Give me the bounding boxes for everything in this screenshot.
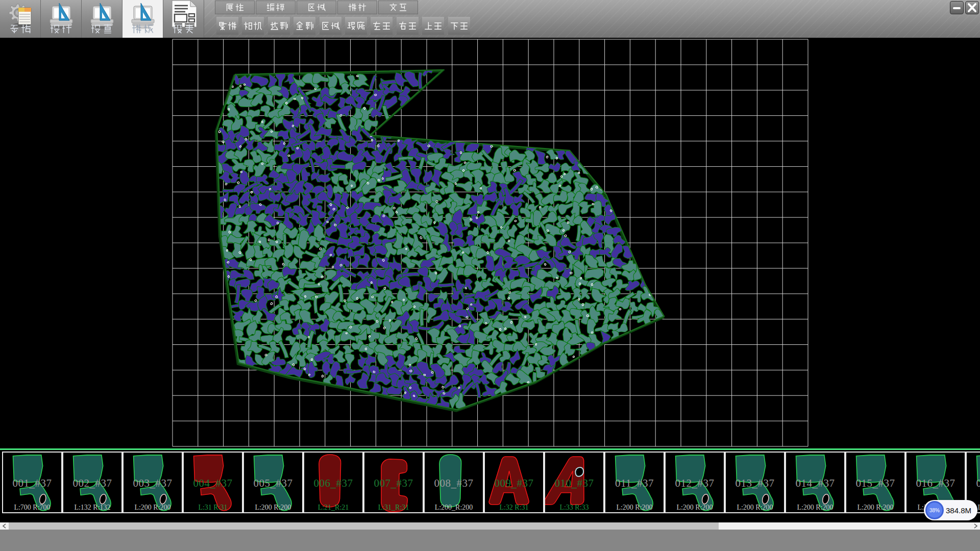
svg-text:L:32 R:31: L:32 R:31: [499, 504, 528, 511]
svg-text:010_#37: 010_#37: [555, 477, 594, 489]
svg-text:004_#37: 004_#37: [193, 477, 233, 489]
svg-text:001_#37: 001_#37: [13, 477, 52, 489]
svg-text:017_#37: 017_#37: [976, 477, 980, 489]
svg-text:008_#37: 008_#37: [434, 477, 474, 489]
svg-text:L:200 R:200: L:200 R:200: [977, 504, 980, 511]
svg-text:L:200 R:200: L:200 R:200: [857, 504, 893, 511]
svg-text:L:200 R:200: L:200 R:200: [255, 504, 291, 511]
svg-text:L:200 R:200: L:200 R:200: [134, 504, 170, 511]
svg-text:L:33 R:33: L:33 R:33: [559, 504, 589, 511]
svg-text:015_#37: 015_#37: [856, 477, 895, 489]
svg-text:L:200 R:200: L:200 R:200: [737, 504, 773, 511]
svg-text:011_#37: 011_#37: [615, 477, 654, 489]
svg-text:012_#37: 012_#37: [675, 477, 715, 489]
svg-text:L:700 R:700: L:700 R:700: [14, 504, 50, 511]
svg-text:016_#37: 016_#37: [916, 477, 955, 489]
svg-text:002_#37: 002_#37: [73, 477, 112, 489]
svg-text:009_#37: 009_#37: [495, 477, 534, 489]
svg-text:003_#37: 003_#37: [133, 477, 173, 489]
svg-text:L:132 R:132: L:132 R:132: [74, 504, 110, 511]
svg-text:014_#37: 014_#37: [796, 477, 835, 489]
svg-text:L:31_R:31: L:31_R:31: [378, 504, 409, 511]
svg-text:007_#37: 007_#37: [374, 477, 413, 489]
svg-text:L:31 R:31: L:31 R:31: [198, 504, 227, 511]
svg-text:006_#37: 006_#37: [314, 477, 353, 489]
svg-text:L:200_R:200: L:200_R:200: [435, 504, 473, 511]
svg-text:L:200 R:200: L:200 R:200: [616, 504, 652, 511]
svg-text:L:200 R:200: L:200 R:200: [676, 504, 713, 511]
svg-text:L:21_R:21: L:21_R:21: [318, 504, 349, 511]
svg-text:005_#37: 005_#37: [254, 477, 293, 489]
svg-text:013_#37: 013_#37: [736, 477, 775, 489]
svg-text:L:200 R:200: L:200 R:200: [797, 504, 833, 511]
